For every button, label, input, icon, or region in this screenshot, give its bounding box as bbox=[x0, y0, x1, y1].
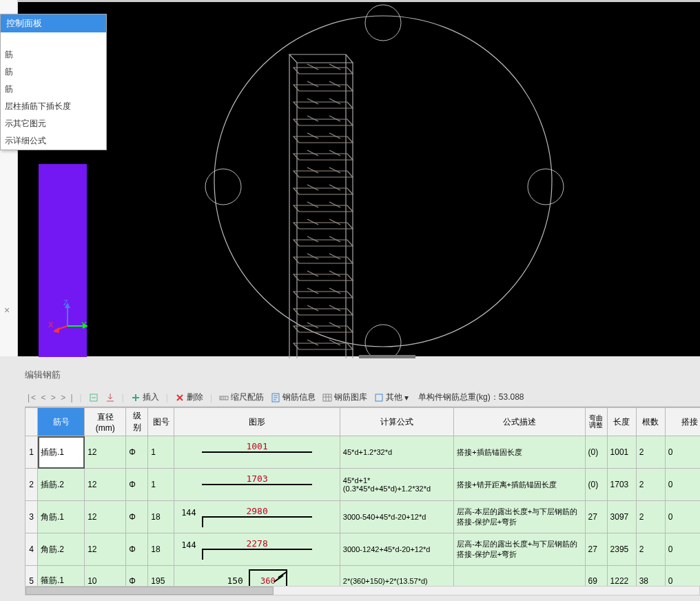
col-lap[interactable]: 搭接 bbox=[665, 408, 700, 436]
cell-desc[interactable]: 层高-本层的露出长度+与下层钢筋的搭接-保护层+弯折 bbox=[454, 533, 585, 566]
table-row[interactable]: 2插筋.212Φ1170345*d+1*(0.3*45*d+45*d)+1.2*… bbox=[25, 469, 701, 501]
cell-formula[interactable]: 45*d+1*(0.3*45*d+45*d)+1.2*32*d bbox=[340, 469, 453, 501]
control-panel-title[interactable]: 控制面板 bbox=[1, 14, 106, 32]
cell-shape[interactable]: 1442278 bbox=[174, 533, 340, 566]
cell-formula[interactable]: 3000-540+45*d-20+12*d bbox=[340, 501, 453, 533]
cell-diameter[interactable]: 12 bbox=[85, 501, 126, 533]
cell-shape[interactable]: 1442980 bbox=[174, 501, 340, 533]
row-index[interactable]: 3 bbox=[25, 501, 38, 533]
panel-item[interactable]: 示详细公式 bbox=[1, 132, 106, 150]
cell-count[interactable]: 2 bbox=[636, 533, 665, 566]
cell-level[interactable]: Φ bbox=[126, 566, 148, 588]
cell-formula[interactable]: 2*(360+150)+2*(13.57*d) bbox=[340, 566, 453, 588]
scale-button[interactable]: 缩尺配筋 bbox=[218, 391, 265, 404]
cell-adjust[interactable]: (0) bbox=[585, 469, 607, 501]
cell-length[interactable]: 3097 bbox=[607, 501, 636, 533]
close-gutter-icon[interactable]: × bbox=[4, 305, 10, 316]
cell-count[interactable]: 38 bbox=[636, 566, 665, 588]
row-index[interactable]: 4 bbox=[25, 533, 38, 566]
panel-item[interactable]: 筋 bbox=[1, 46, 106, 63]
table-row[interactable]: 4角筋.212Φ1814422783000-1242+45*d-20+12*d层… bbox=[25, 533, 701, 566]
cell-lap[interactable]: 0 bbox=[665, 533, 700, 566]
cell-shapeno[interactable]: 195 bbox=[148, 566, 174, 588]
delete-button[interactable]: 删除 bbox=[174, 391, 205, 404]
cell-level[interactable]: Φ bbox=[126, 533, 148, 566]
cell-shapeno[interactable]: 18 bbox=[148, 501, 174, 533]
col-diameter[interactable]: 直径(mm) bbox=[85, 408, 126, 436]
cell-length[interactable]: 2395 bbox=[607, 533, 636, 566]
cell-level[interactable]: Φ bbox=[126, 436, 148, 469]
col-desc[interactable]: 公式描述 bbox=[454, 408, 585, 436]
cell-adjust[interactable]: 69 bbox=[585, 566, 607, 588]
cell-count[interactable]: 2 bbox=[636, 469, 665, 501]
library-button[interactable]: 钢筋图库 bbox=[321, 391, 369, 404]
cell-adjust[interactable]: 27 bbox=[585, 501, 607, 533]
cell-adjust[interactable]: (0) bbox=[585, 436, 607, 469]
cell-shapeno[interactable]: 1 bbox=[148, 469, 174, 501]
cell-adjust[interactable]: 27 bbox=[585, 533, 607, 566]
panel-item[interactable]: 层柱插筋下插长度 bbox=[1, 98, 106, 115]
table-row[interactable]: 1插筋.112Φ1100145*d+1.2*32*d搭接+插筋锚固长度(0)10… bbox=[25, 436, 701, 469]
info-button[interactable]: 钢筋信息 bbox=[269, 391, 317, 404]
cell-diameter[interactable]: 12 bbox=[85, 436, 126, 469]
table-row[interactable]: 3角筋.112Φ1814429803000-540+45*d-20+12*d层高… bbox=[25, 501, 701, 533]
cell-diameter[interactable]: 10 bbox=[85, 566, 126, 588]
col-adjust[interactable]: 弯曲调整 bbox=[585, 408, 607, 436]
cell-lap[interactable]: 0 bbox=[665, 501, 700, 533]
cell-shape[interactable]: 150360 bbox=[174, 566, 340, 588]
cell-count[interactable]: 2 bbox=[636, 501, 665, 533]
cell-shapeno[interactable]: 1 bbox=[148, 436, 174, 469]
panel-item[interactable]: 筋 bbox=[1, 63, 106, 81]
cell-level[interactable]: Φ bbox=[126, 469, 148, 501]
col-count[interactable]: 根数 bbox=[636, 408, 665, 436]
insert-button[interactable]: 插入 bbox=[130, 391, 161, 404]
row-index[interactable]: 2 bbox=[25, 469, 38, 501]
cell-lap[interactable]: 0 bbox=[665, 566, 700, 588]
col-shape[interactable]: 图形 bbox=[174, 408, 340, 436]
cell-name[interactable]: 箍筋.1 bbox=[38, 566, 85, 588]
col-name[interactable]: 筋号 bbox=[38, 408, 85, 436]
nav-buttons[interactable]: |< < > > | bbox=[28, 393, 74, 403]
cell-diameter[interactable]: 12 bbox=[85, 533, 126, 566]
row-index[interactable]: 1 bbox=[25, 436, 38, 469]
row-index[interactable]: 5 bbox=[25, 566, 38, 588]
viewport-3d[interactable]: Z Y X bbox=[18, 0, 700, 356]
col-formula[interactable]: 计算公式 bbox=[340, 408, 453, 436]
cell-length[interactable]: 1703 bbox=[607, 469, 636, 501]
export-button[interactable] bbox=[104, 392, 116, 403]
cell-name[interactable]: 插筋.1 bbox=[38, 436, 85, 469]
cell-desc[interactable]: 层高-本层的露出长度+与下层钢筋的搭接-保护层+弯折 bbox=[454, 501, 585, 533]
col-length[interactable]: 长度 bbox=[607, 408, 636, 436]
cell-shape[interactable]: 1001 bbox=[174, 436, 340, 469]
cell-length[interactable]: 1222 bbox=[607, 566, 636, 588]
restore-button[interactable] bbox=[88, 392, 100, 403]
col-level[interactable]: 级别 bbox=[126, 408, 148, 436]
cell-shapeno[interactable]: 18 bbox=[148, 533, 174, 566]
cell-desc[interactable]: 搭接+错开距离+插筋锚固长度 bbox=[454, 469, 585, 501]
control-panel[interactable]: 控制面板 筋 筋 筋 层柱插筋下插长度 示其它图元 示详细公式 bbox=[0, 14, 107, 150]
cell-shape[interactable]: 1703 bbox=[174, 469, 340, 501]
cell-name[interactable]: 角筋.2 bbox=[38, 533, 85, 566]
cell-desc[interactable]: 搭接+插筋锚固长度 bbox=[454, 436, 585, 469]
panel-item[interactable]: 筋 bbox=[1, 81, 106, 98]
horizontal-scrollbar[interactable] bbox=[25, 586, 700, 595]
cell-level[interactable]: Φ bbox=[126, 501, 148, 533]
cell-formula[interactable]: 45*d+1.2*32*d bbox=[340, 436, 453, 469]
cell-name[interactable]: 插筋.2 bbox=[38, 469, 85, 501]
rebar-table[interactable]: 筋号 直径(mm) 级别 图号 图形 计算公式 公式描述 弯曲调整 长度 根数 … bbox=[25, 407, 700, 587]
insert-label: 插入 bbox=[143, 391, 159, 403]
panel-item[interactable]: 示其它图元 bbox=[1, 115, 106, 132]
col-rownum[interactable] bbox=[25, 408, 38, 436]
table-row[interactable]: 5箍筋.110Φ1951503602*(360+150)+2*(13.57*d)… bbox=[25, 566, 701, 588]
cell-lap[interactable]: 0 bbox=[665, 436, 700, 469]
cell-count[interactable]: 2 bbox=[636, 436, 665, 469]
cell-desc[interactable] bbox=[454, 566, 585, 588]
scrollbar-thumb[interactable] bbox=[25, 587, 274, 595]
cell-lap[interactable]: 0 bbox=[665, 469, 700, 501]
other-button[interactable]: 其他 ▾ bbox=[373, 391, 410, 404]
cell-diameter[interactable]: 12 bbox=[85, 469, 126, 501]
col-shapeno[interactable]: 图号 bbox=[148, 408, 174, 436]
cell-name[interactable]: 角筋.1 bbox=[38, 501, 85, 533]
cell-length[interactable]: 1001 bbox=[607, 436, 636, 469]
cell-formula[interactable]: 3000-1242+45*d-20+12*d bbox=[340, 533, 453, 566]
